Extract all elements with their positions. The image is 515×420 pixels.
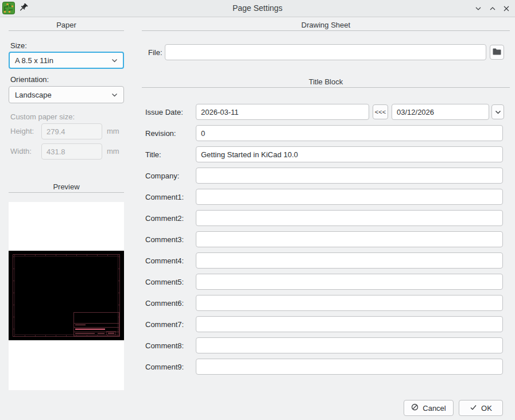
comment1-input[interactable]	[196, 189, 503, 205]
issue-date-input[interactable]	[196, 104, 369, 120]
title-input[interactable]	[196, 146, 503, 162]
size-select-value: A 8.5 x 11in	[15, 56, 111, 65]
comment9-input[interactable]	[196, 359, 503, 375]
height-label: Height:	[10, 127, 34, 136]
date-picker-input[interactable]	[392, 104, 489, 120]
size-label: Size:	[10, 41, 27, 50]
comment8-label: Comment8:	[145, 341, 184, 351]
copy-date-button[interactable]: <<<	[373, 104, 388, 119]
custom-paper-size-label: Custom paper size:	[10, 112, 75, 122]
comment5-input[interactable]	[196, 274, 503, 290]
comment9-label: Comment9:	[145, 363, 184, 372]
orientation-label: Orientation:	[10, 75, 49, 84]
page-preview	[9, 202, 124, 390]
preview-separator	[9, 192, 124, 193]
size-select[interactable]: A 8.5 x 11in	[9, 52, 124, 69]
cancel-icon	[411, 403, 419, 413]
ok-button[interactable]: OK	[459, 400, 503, 416]
comment7-input[interactable]	[196, 316, 503, 332]
titlebar: Page Settings	[0, 0, 515, 17]
ok-button-label: OK	[481, 404, 492, 413]
close-button[interactable]	[501, 3, 512, 14]
revision-label: Revision:	[145, 129, 176, 138]
preview-section-header: Preview	[9, 182, 124, 192]
kicad-app-icon	[2, 2, 15, 14]
comment4-input[interactable]	[196, 252, 503, 269]
company-input[interactable]	[196, 168, 503, 184]
comment6-label: Comment6:	[145, 299, 184, 308]
chevron-down-icon	[495, 108, 501, 116]
comment4-label: Comment4:	[145, 256, 184, 266]
paper-section-header: Paper	[9, 21, 124, 30]
orientation-select-value: Landscape	[15, 91, 111, 99]
maximize-button[interactable]	[487, 3, 498, 14]
window-title: Page Settings	[0, 0, 515, 17]
chevron-down-icon	[111, 56, 118, 65]
page-settings-dialog: Page Settings	[0, 0, 515, 420]
minimize-button[interactable]	[473, 3, 483, 14]
comment3-input[interactable]	[196, 231, 503, 247]
drawing-sheet-section-header: Drawing Sheet	[142, 21, 510, 30]
height-unit-label: mm	[107, 127, 119, 136]
cancel-button[interactable]: Cancel	[404, 400, 454, 416]
comment6-input[interactable]	[196, 295, 503, 311]
title-block-section-header: Title Block	[142, 77, 510, 87]
cancel-button-label: Cancel	[423, 404, 446, 413]
issue-date-label: Issue Date:	[145, 108, 183, 117]
comment3-label: Comment3:	[145, 235, 184, 244]
pin-icon[interactable]	[19, 3, 29, 13]
date-picker-dropdown-button[interactable]	[491, 104, 504, 119]
comment2-input[interactable]	[196, 210, 503, 226]
width-unit-label: mm	[107, 147, 119, 156]
comment1-label: Comment1:	[145, 193, 184, 202]
comment2-label: Comment2:	[145, 214, 184, 223]
company-label: Company:	[145, 172, 179, 181]
title-block-separator	[142, 87, 510, 88]
comment7-label: Comment7:	[145, 320, 184, 329]
chevron-down-icon	[111, 91, 118, 99]
page-preview-sheet	[9, 251, 124, 340]
drawing-sheet-separator	[142, 30, 510, 31]
browse-file-button[interactable]	[490, 45, 504, 60]
paper-separator	[9, 30, 124, 31]
width-input	[41, 143, 102, 160]
title-label: Title:	[145, 150, 161, 160]
folder-icon	[493, 48, 501, 57]
comment5-label: Comment5:	[145, 278, 184, 287]
file-input[interactable]	[165, 44, 486, 60]
width-label: Width:	[10, 147, 32, 156]
revision-input[interactable]	[196, 125, 503, 141]
file-label: File:	[148, 48, 162, 57]
height-input	[41, 123, 102, 139]
comment8-input[interactable]	[196, 337, 503, 353]
orientation-select[interactable]: Landscape	[9, 86, 124, 103]
check-icon	[470, 404, 477, 413]
